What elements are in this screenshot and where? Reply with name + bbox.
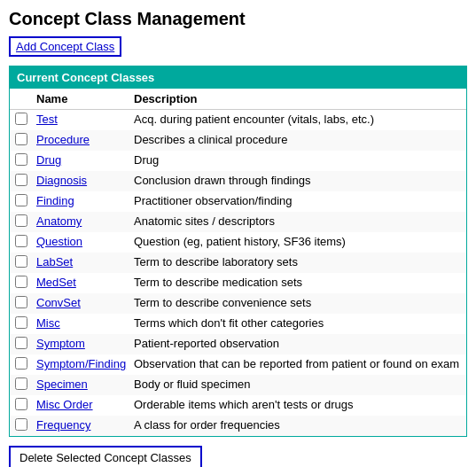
- row-name-cell: Anatomy: [33, 212, 130, 232]
- row-name-cell: Misc: [33, 314, 130, 334]
- row-checkbox-cell: [10, 191, 33, 212]
- row-checkbox[interactable]: [15, 174, 27, 186]
- row-checkbox[interactable]: [15, 357, 27, 370]
- row-checkbox[interactable]: [15, 255, 27, 268]
- row-checkbox[interactable]: [15, 113, 27, 125]
- row-description-cell: Describes a clinical procedure: [130, 130, 466, 151]
- row-checkbox[interactable]: [15, 418, 27, 431]
- row-checkbox-cell: [10, 130, 33, 151]
- row-description-cell: Practitioner observation/finding: [130, 191, 466, 212]
- table-row: Symptom/FindingObservation that can be r…: [10, 354, 466, 375]
- row-name-cell: ConvSet: [33, 293, 130, 314]
- concept-class-link[interactable]: Misc Order: [36, 398, 93, 411]
- row-checkbox-cell: [10, 334, 33, 354]
- row-checkbox-cell: [10, 416, 33, 436]
- concept-class-link[interactable]: Question: [36, 235, 82, 248]
- concept-class-link[interactable]: Specimen: [36, 377, 88, 391]
- col-header-description: Description: [130, 89, 466, 110]
- table-row: FrequencyA class for order frequencies: [10, 416, 466, 436]
- row-checkbox[interactable]: [15, 296, 27, 308]
- row-checkbox-cell: [10, 273, 33, 293]
- row-checkbox[interactable]: [15, 398, 27, 410]
- row-checkbox[interactable]: [15, 133, 27, 145]
- row-checkbox-cell: [10, 253, 33, 273]
- concept-classes-table-container: Current Concept Classes Name Description…: [9, 66, 467, 437]
- row-description-cell: Drug: [130, 151, 466, 171]
- row-description-cell: Terms which don't fit other categories: [130, 314, 466, 334]
- concept-class-link[interactable]: Finding: [36, 194, 74, 207]
- row-checkbox[interactable]: [15, 276, 27, 288]
- table-row: ConvSetTerm to describe convenience sets: [10, 293, 466, 314]
- row-name-cell: Diagnosis: [33, 171, 130, 191]
- table-row: Misc OrderOrderable items which aren't t…: [10, 395, 466, 416]
- concept-class-link[interactable]: Anatomy: [36, 214, 82, 228]
- concept-class-link[interactable]: Misc: [36, 316, 60, 330]
- row-checkbox[interactable]: [15, 214, 27, 227]
- row-description-cell: Term to describe medication sets: [130, 273, 466, 293]
- concept-class-link[interactable]: Symptom/Finding: [36, 357, 126, 370]
- concept-class-link[interactable]: LabSet: [36, 255, 73, 269]
- concept-class-link[interactable]: Procedure: [36, 133, 90, 146]
- concept-class-link[interactable]: ConvSet: [36, 296, 81, 309]
- page-title: Concept Class Management: [9, 9, 467, 29]
- table-row: FindingPractitioner observation/finding: [10, 191, 466, 212]
- row-checkbox-cell: [10, 314, 33, 334]
- row-description-cell: Patient-reported observation: [130, 334, 466, 354]
- delete-selected-button[interactable]: Delete Selected Concept Classes: [9, 446, 202, 467]
- row-name-cell: Frequency: [33, 416, 130, 436]
- row-checkbox[interactable]: [15, 194, 27, 206]
- concept-class-link[interactable]: Frequency: [36, 418, 90, 432]
- row-description-cell: A class for order frequencies: [130, 416, 466, 436]
- row-checkbox-cell: [10, 293, 33, 314]
- row-description-cell: Anatomic sites / descriptors: [130, 212, 466, 232]
- table-row: DiagnosisConclusion drawn through findin…: [10, 171, 466, 191]
- row-description-cell: Conclusion drawn through findings: [130, 171, 466, 191]
- table-row: ProcedureDescribes a clinical procedure: [10, 130, 466, 151]
- row-description-cell: Orderable items which aren't tests or dr…: [130, 395, 466, 416]
- row-checkbox-cell: [10, 354, 33, 375]
- row-name-cell: Question: [33, 232, 130, 253]
- row-name-cell: MedSet: [33, 273, 130, 293]
- row-description-cell: Observation that can be reported from pa…: [130, 354, 466, 375]
- table-row: MiscTerms which don't fit other categori…: [10, 314, 466, 334]
- table-row: LabSetTerm to describe laboratory sets: [10, 253, 466, 273]
- row-name-cell: LabSet: [33, 253, 130, 273]
- table-row: AnatomyAnatomic sites / descriptors: [10, 212, 466, 232]
- col-header-name: Name: [33, 89, 130, 110]
- table-row: SymptomPatient-reported observation: [10, 334, 466, 354]
- row-name-cell: Symptom/Finding: [33, 354, 130, 375]
- row-checkbox-cell: [10, 232, 33, 253]
- row-checkbox[interactable]: [15, 377, 27, 390]
- table-row: SpecimenBody or fluid specimen: [10, 375, 466, 395]
- col-header-checkbox: [10, 89, 33, 110]
- add-concept-class-link[interactable]: Add Concept Class: [9, 36, 121, 57]
- row-checkbox-cell: [10, 395, 33, 416]
- table-row: DrugDrug: [10, 151, 466, 171]
- concept-classes-table: Name Description TestAcq. during patient…: [10, 89, 466, 436]
- table-row: QuestionQuestion (eg, patient history, S…: [10, 232, 466, 253]
- row-checkbox[interactable]: [15, 337, 27, 349]
- row-name-cell: Drug: [33, 151, 130, 171]
- row-checkbox-cell: [10, 151, 33, 171]
- row-checkbox-cell: [10, 212, 33, 232]
- table-section-header: Current Concept Classes: [10, 66, 466, 89]
- concept-class-link[interactable]: Diagnosis: [36, 174, 87, 187]
- concept-class-link[interactable]: MedSet: [36, 276, 76, 289]
- row-checkbox[interactable]: [15, 316, 27, 329]
- row-name-cell: Procedure: [33, 130, 130, 151]
- concept-class-link[interactable]: Symptom: [36, 337, 85, 350]
- row-name-cell: Finding: [33, 191, 130, 212]
- row-description-cell: Term to describe laboratory sets: [130, 253, 466, 273]
- row-checkbox-cell: [10, 375, 33, 395]
- row-name-cell: Test: [33, 110, 130, 131]
- row-checkbox-cell: [10, 171, 33, 191]
- row-checkbox[interactable]: [15, 235, 27, 247]
- concept-class-link[interactable]: Drug: [36, 153, 61, 167]
- row-description-cell: Body or fluid specimen: [130, 375, 466, 395]
- row-name-cell: Symptom: [33, 334, 130, 354]
- concept-class-link[interactable]: Test: [36, 113, 58, 126]
- row-checkbox-cell: [10, 110, 33, 131]
- row-checkbox[interactable]: [15, 153, 27, 166]
- row-description-cell: Term to describe convenience sets: [130, 293, 466, 314]
- table-row: TestAcq. during patient encounter (vital…: [10, 110, 466, 131]
